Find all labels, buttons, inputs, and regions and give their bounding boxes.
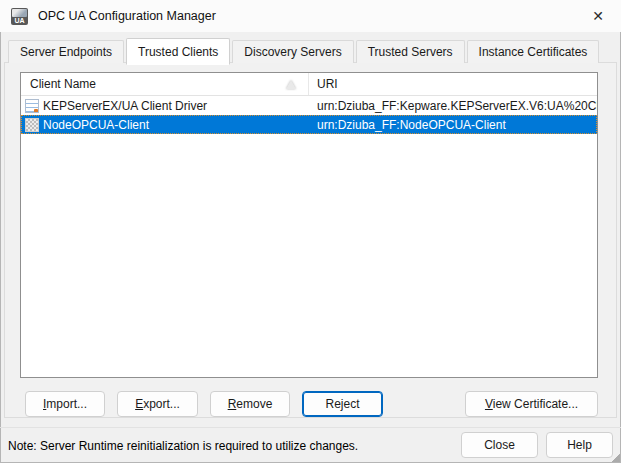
table-row-nodeopcua[interactable]: NodeOPCUA-Client urn:Dziuba_FF:NodeOPCUA… — [21, 115, 597, 134]
column-header-uri-label: URI — [317, 77, 338, 91]
client-name-cell: KEPServerEX/UA Client Driver — [43, 99, 207, 113]
remove-button[interactable]: Remove — [210, 391, 290, 417]
app-icon: UA — [11, 8, 28, 25]
column-header-client-name[interactable]: Client Name — [21, 73, 309, 95]
close-icon[interactable]: ✕ — [575, 0, 621, 32]
bottom-separator — [0, 427, 621, 428]
export-button[interactable]: Export... — [117, 391, 198, 417]
client-name-cell: NodeOPCUA-Client — [43, 118, 149, 132]
certificate-gray-icon — [25, 118, 39, 132]
tab-server-endpoints[interactable]: Server Endpoints — [8, 40, 124, 63]
close-button[interactable]: Close — [461, 432, 538, 458]
sort-ascending-icon — [286, 80, 296, 89]
reject-button[interactable]: Reject — [302, 391, 383, 417]
tab-strip: Server Endpoints Trusted Clients Discove… — [8, 38, 601, 63]
help-button[interactable]: Help — [546, 432, 613, 458]
table-row-kepserverex[interactable]: KEPServerEX/UA Client Driver urn:Dziuba_… — [21, 96, 597, 115]
certificate-icon — [25, 99, 39, 113]
app-icon-label: UA — [14, 16, 24, 25]
resize-grip[interactable] — [612, 454, 620, 462]
uri-cell: urn:Dziuba_FF:Kepware.KEPServerEX.V6:UA%… — [309, 96, 597, 115]
note-text: Note: Server Runtime reinitialization is… — [8, 439, 358, 453]
opc-ua-configuration-manager-dialog: UA OPC UA Configuration Manager ✕ Server… — [0, 0, 621, 463]
import-button[interactable]: Import... — [25, 391, 105, 417]
column-header-uri[interactable]: URI — [309, 73, 597, 95]
view-certificate-button[interactable]: View Certificate... — [465, 391, 598, 417]
trusted-clients-list: Client Name URI KEPServerEX/UA Client Dr… — [20, 72, 598, 378]
column-header-client-name-label: Client Name — [30, 77, 96, 91]
tab-instance-certificates[interactable]: Instance Certificates — [467, 40, 600, 63]
window-title: OPC UA Configuration Manager — [38, 9, 216, 23]
list-header: Client Name URI — [21, 73, 597, 96]
titlebar: UA OPC UA Configuration Manager ✕ — [0, 0, 621, 32]
tab-trusted-servers[interactable]: Trusted Servers — [356, 40, 465, 63]
tab-discovery-servers[interactable]: Discovery Servers — [232, 40, 353, 63]
uri-cell: urn:Dziuba_FF:NodeOPCUA-Client — [309, 115, 597, 134]
tab-trusted-clients[interactable]: Trusted Clients — [126, 38, 230, 65]
